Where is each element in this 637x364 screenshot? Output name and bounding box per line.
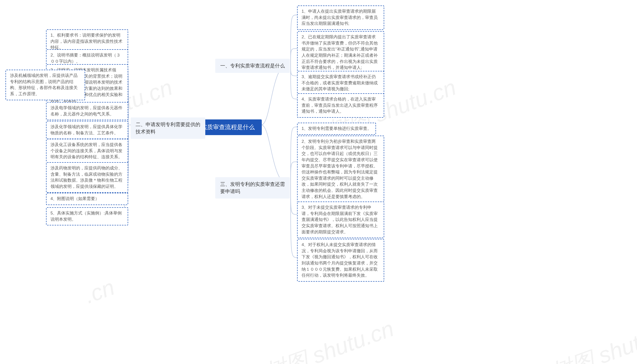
branch-3[interactable]: 三、发明专利的实质审查还需要申请吗 bbox=[215, 177, 290, 198]
branch2-item-7: 涉及药物发明的，应提供药物的成分、含量、制备方法，临床或动物实验的方法和试验数据… bbox=[46, 162, 128, 193]
branch3-item-2: 2、发明专利分为初步审查和实质审查两个阶段。实质审查请求可以与申请同时提交，也可… bbox=[297, 136, 384, 203]
branch-1[interactable]: 一、专利实质审查流程是什么 bbox=[215, 59, 290, 73]
branch1-item-3: 3、逾期提交实质审查请求书或经补正仍不合格的，或者实质审查费逾期未缴纳或未缴足的… bbox=[297, 71, 384, 95]
branch3-item-1: 1、发明专利需要单独进行实质审查。 bbox=[297, 123, 376, 135]
branch3-item-4: 4、对于权利人未提交实质审查请求的情况，专利局会视为该专利申请撤回，从而下发《视… bbox=[297, 239, 384, 282]
branch3-item-3: 3、对于未提交实质审查请求的专利申请，专利局会在期限届满前下发《实质审查届满通知… bbox=[297, 202, 384, 238]
branch2-item-9: 5、具体实施方式（实施例）:具体举例说明本发明。 bbox=[46, 207, 128, 226]
branch2-item-8: 4、附图说明（如果需要） bbox=[46, 193, 128, 205]
branch2-item3-sub: 涉及机械领域的发明，应提供该产品专利的结构示意图，说明产品的结构、形状特征，各部… bbox=[6, 70, 85, 100]
branch2-item-5: 涉及化学领域的发明，应提供具体化学物质的名称，制备方法、工艺条件。 bbox=[46, 121, 128, 139]
watermark: 树图 shutu.cn bbox=[546, 314, 637, 364]
branch1-item-4: 4、实质审查请求合格的，在进入实质审查前，审查员应当发出进入实质审查程序通知书，… bbox=[297, 93, 384, 118]
branch1-item-1: 1、申请人在提出实质审查请求的期限届满时，尚未提出实质审查请求的，审查员应当发出… bbox=[297, 6, 384, 30]
watermark: 树图 shutu.cn bbox=[260, 314, 398, 364]
branch2-item-6: 涉及化工设备系统的发明，应当提供各个设备之间的连接关系，具体说明与发明有关的设备… bbox=[46, 139, 128, 163]
branch1-item-2: 2、已在规定期限内提出了实质审查请求书并缴纳了实质审查费，但仍不符合其他规定的，… bbox=[297, 31, 384, 74]
branch-2[interactable]: 二、申请发明专利需要提供的技术资料 bbox=[131, 118, 205, 139]
watermark: .cn bbox=[81, 274, 118, 309]
branch2-item-4: 涉及电学领域的发明，应提供各元器件名称，及元器件之间的电气关系。 bbox=[46, 102, 128, 120]
